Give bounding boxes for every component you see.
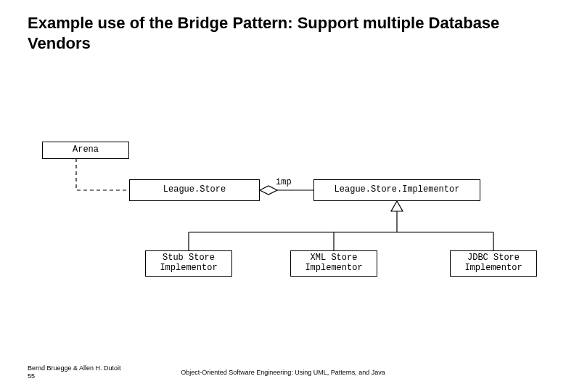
diagram-connectors (0, 0, 566, 392)
class-arena: Arena (42, 142, 129, 159)
footer-book-title: Object-Oriented Software Engineering: Us… (0, 369, 566, 376)
class-jdbc-store-implementor: JDBC Store Implementor (450, 250, 537, 277)
class-xml-store-implementor: XML Store Implementor (290, 250, 377, 277)
class-stub-store-implementor: Stub Store Implementor (145, 250, 232, 277)
class-league-store: League.Store (129, 179, 260, 201)
uml-diagram: Arena League.Store imp League.Store.Impl… (0, 0, 566, 392)
class-league-store-implementor: League.Store.Implementor (313, 179, 480, 201)
association-label-imp: imp (276, 177, 292, 187)
